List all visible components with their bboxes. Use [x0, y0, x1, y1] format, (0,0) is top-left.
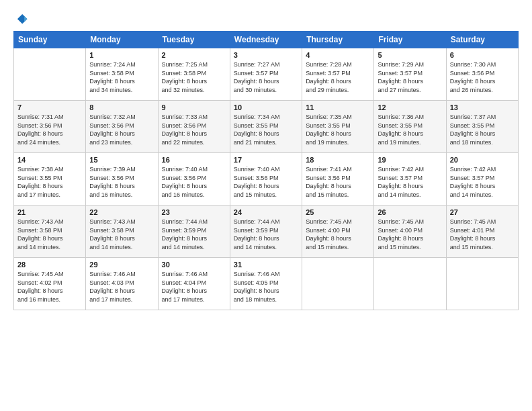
- calendar-cell: 10Sunrise: 7:34 AM Sunset: 3:55 PM Dayli…: [230, 101, 302, 153]
- day-number: 1: [89, 51, 154, 59]
- day-info: Sunrise: 7:40 AM Sunset: 3:56 PM Dayligh…: [162, 165, 226, 199]
- calendar-cell: 15Sunrise: 7:39 AM Sunset: 3:56 PM Dayli…: [86, 153, 158, 205]
- weekday-header-wednesday: Wednesday: [230, 32, 302, 48]
- day-number: 3: [234, 51, 298, 59]
- day-info: Sunrise: 7:43 AM Sunset: 3:58 PM Dayligh…: [17, 218, 82, 251]
- calendar-cell: 13Sunrise: 7:37 AM Sunset: 3:55 PM Dayli…: [446, 101, 518, 153]
- day-number: 19: [378, 156, 442, 164]
- day-number: 7: [17, 103, 82, 111]
- calendar-cell: [14, 48, 86, 101]
- calendar-cell: 1Sunrise: 7:24 AM Sunset: 3:58 PM Daylig…: [86, 48, 158, 101]
- calendar-cell: 31Sunrise: 7:46 AM Sunset: 4:05 PM Dayli…: [230, 258, 302, 310]
- day-info: Sunrise: 7:39 AM Sunset: 3:56 PM Dayligh…: [89, 165, 154, 199]
- day-number: 12: [378, 103, 442, 111]
- day-number: 6: [450, 51, 515, 59]
- calendar-cell: 6Sunrise: 7:30 AM Sunset: 3:56 PM Daylig…: [446, 48, 518, 101]
- day-info: Sunrise: 7:40 AM Sunset: 3:56 PM Dayligh…: [234, 165, 298, 199]
- calendar-cell: 23Sunrise: 7:44 AM Sunset: 3:59 PM Dayli…: [158, 205, 230, 258]
- calendar-cell: 28Sunrise: 7:45 AM Sunset: 4:02 PM Dayli…: [14, 258, 86, 310]
- calendar-cell: 21Sunrise: 7:43 AM Sunset: 3:58 PM Dayli…: [14, 205, 86, 258]
- day-info: Sunrise: 7:46 AM Sunset: 4:03 PM Dayligh…: [89, 270, 154, 304]
- calendar-week-4: 21Sunrise: 7:43 AM Sunset: 3:58 PM Dayli…: [14, 205, 519, 258]
- day-info: Sunrise: 7:37 AM Sunset: 3:55 PM Dayligh…: [450, 113, 515, 146]
- day-info: Sunrise: 7:31 AM Sunset: 3:56 PM Dayligh…: [17, 113, 82, 146]
- logo: [13, 12, 31, 27]
- calendar-cell: 9Sunrise: 7:33 AM Sunset: 3:56 PM Daylig…: [158, 101, 230, 153]
- day-number: 17: [234, 156, 298, 164]
- day-number: 27: [450, 208, 515, 216]
- weekday-header-saturday: Saturday: [446, 32, 518, 48]
- day-info: Sunrise: 7:44 AM Sunset: 3:59 PM Dayligh…: [234, 218, 298, 251]
- day-info: Sunrise: 7:35 AM Sunset: 3:55 PM Dayligh…: [306, 113, 370, 146]
- calendar-cell: 19Sunrise: 7:42 AM Sunset: 3:57 PM Dayli…: [374, 153, 446, 205]
- weekday-header-row: SundayMondayTuesdayWednesdayThursdayFrid…: [14, 32, 519, 48]
- day-info: Sunrise: 7:24 AM Sunset: 3:58 PM Dayligh…: [89, 60, 154, 94]
- calendar-cell: 2Sunrise: 7:25 AM Sunset: 3:58 PM Daylig…: [158, 48, 230, 101]
- day-info: Sunrise: 7:38 AM Sunset: 3:55 PM Dayligh…: [17, 165, 82, 199]
- calendar-cell: 24Sunrise: 7:44 AM Sunset: 3:59 PM Dayli…: [230, 205, 302, 258]
- day-info: Sunrise: 7:45 AM Sunset: 4:00 PM Dayligh…: [378, 218, 442, 251]
- day-info: Sunrise: 7:32 AM Sunset: 3:56 PM Dayligh…: [89, 113, 154, 146]
- day-number: 25: [306, 208, 370, 216]
- calendar-cell: 29Sunrise: 7:46 AM Sunset: 4:03 PM Dayli…: [86, 258, 158, 310]
- calendar-cell: 8Sunrise: 7:32 AM Sunset: 3:56 PM Daylig…: [86, 101, 158, 153]
- calendar-cell: 25Sunrise: 7:45 AM Sunset: 4:00 PM Dayli…: [302, 205, 374, 258]
- day-number: 20: [450, 156, 515, 164]
- weekday-header-sunday: Sunday: [14, 32, 86, 48]
- day-info: Sunrise: 7:42 AM Sunset: 3:57 PM Dayligh…: [450, 165, 515, 199]
- day-number: 16: [162, 156, 226, 164]
- day-number: 18: [306, 156, 370, 164]
- day-info: Sunrise: 7:27 AM Sunset: 3:57 PM Dayligh…: [234, 60, 298, 94]
- calendar-cell: 18Sunrise: 7:41 AM Sunset: 3:56 PM Dayli…: [302, 153, 374, 205]
- day-number: 8: [89, 103, 154, 111]
- weekday-header-monday: Monday: [86, 32, 158, 48]
- day-info: Sunrise: 7:42 AM Sunset: 3:57 PM Dayligh…: [378, 165, 442, 199]
- day-number: 29: [89, 261, 154, 269]
- day-number: 2: [162, 51, 226, 59]
- day-info: Sunrise: 7:41 AM Sunset: 3:56 PM Dayligh…: [306, 165, 370, 199]
- calendar-cell: 12Sunrise: 7:36 AM Sunset: 3:55 PM Dayli…: [374, 101, 446, 153]
- day-number: 26: [378, 208, 442, 216]
- day-info: Sunrise: 7:30 AM Sunset: 3:56 PM Dayligh…: [450, 60, 515, 94]
- weekday-header-thursday: Thursday: [302, 32, 374, 48]
- day-number: 4: [306, 51, 370, 59]
- calendar-cell: 30Sunrise: 7:46 AM Sunset: 4:04 PM Dayli…: [158, 258, 230, 310]
- calendar-cell: 17Sunrise: 7:40 AM Sunset: 3:56 PM Dayli…: [230, 153, 302, 205]
- day-number: 21: [17, 208, 82, 216]
- day-number: 11: [306, 103, 370, 111]
- calendar-week-1: 1Sunrise: 7:24 AM Sunset: 3:58 PM Daylig…: [14, 48, 519, 101]
- day-info: Sunrise: 7:29 AM Sunset: 3:57 PM Dayligh…: [378, 60, 442, 94]
- header: [13, 12, 519, 27]
- logo-icon: [13, 12, 28, 27]
- day-info: Sunrise: 7:28 AM Sunset: 3:57 PM Dayligh…: [306, 60, 370, 94]
- day-info: Sunrise: 7:25 AM Sunset: 3:58 PM Dayligh…: [162, 60, 226, 94]
- day-number: 13: [450, 103, 515, 111]
- weekday-header-tuesday: Tuesday: [158, 32, 230, 48]
- day-info: Sunrise: 7:36 AM Sunset: 3:55 PM Dayligh…: [378, 113, 442, 146]
- calendar-cell: 27Sunrise: 7:45 AM Sunset: 4:01 PM Dayli…: [446, 205, 518, 258]
- calendar-week-3: 14Sunrise: 7:38 AM Sunset: 3:55 PM Dayli…: [14, 153, 519, 205]
- day-number: 30: [162, 261, 226, 269]
- calendar-week-5: 28Sunrise: 7:45 AM Sunset: 4:02 PM Dayli…: [14, 258, 519, 310]
- calendar-cell: 11Sunrise: 7:35 AM Sunset: 3:55 PM Dayli…: [302, 101, 374, 153]
- day-info: Sunrise: 7:45 AM Sunset: 4:01 PM Dayligh…: [450, 218, 515, 251]
- calendar-cell: [374, 258, 446, 310]
- svg-marker-1: [24, 16, 27, 22]
- calendar-cell: 26Sunrise: 7:45 AM Sunset: 4:00 PM Dayli…: [374, 205, 446, 258]
- day-info: Sunrise: 7:43 AM Sunset: 3:58 PM Dayligh…: [89, 218, 154, 251]
- calendar-cell: 5Sunrise: 7:29 AM Sunset: 3:57 PM Daylig…: [374, 48, 446, 101]
- day-number: 5: [378, 51, 442, 59]
- calendar-cell: 20Sunrise: 7:42 AM Sunset: 3:57 PM Dayli…: [446, 153, 518, 205]
- day-number: 15: [89, 156, 154, 164]
- calendar-body: 1Sunrise: 7:24 AM Sunset: 3:58 PM Daylig…: [14, 48, 519, 310]
- day-info: Sunrise: 7:46 AM Sunset: 4:05 PM Dayligh…: [234, 270, 298, 304]
- calendar-cell: 7Sunrise: 7:31 AM Sunset: 3:56 PM Daylig…: [14, 101, 86, 153]
- calendar-cell: 22Sunrise: 7:43 AM Sunset: 3:58 PM Dayli…: [86, 205, 158, 258]
- weekday-header-friday: Friday: [374, 32, 446, 48]
- day-info: Sunrise: 7:33 AM Sunset: 3:56 PM Dayligh…: [162, 113, 226, 146]
- calendar-header: SundayMondayTuesdayWednesdayThursdayFrid…: [14, 32, 519, 48]
- day-number: 28: [17, 261, 82, 269]
- day-info: Sunrise: 7:45 AM Sunset: 4:00 PM Dayligh…: [306, 218, 370, 251]
- day-number: 31: [234, 261, 298, 269]
- calendar-cell: 3Sunrise: 7:27 AM Sunset: 3:57 PM Daylig…: [230, 48, 302, 101]
